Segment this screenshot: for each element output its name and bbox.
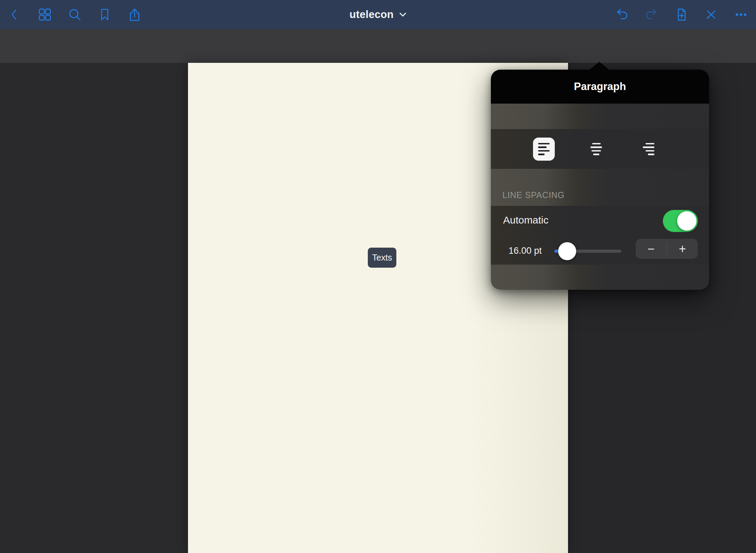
popover-header: Paragraph [491,70,709,104]
back-button[interactable] [5,5,24,24]
back-chevron-icon [8,7,21,22]
canvas-margin-left [0,63,188,553]
popover-title: Paragraph [574,81,626,93]
page-grid-button[interactable] [35,5,54,24]
nav-bar: utelecon [0,0,756,29]
tools-toolbar: T HiraginoSans-... 16 [0,29,756,63]
popover-band [491,265,709,290]
align-center-button[interactable] [585,138,607,161]
popover-band [491,169,709,206]
spacing-value: 16.00 pt [509,246,542,256]
automatic-toggle[interactable] [663,210,698,232]
chevron-down-icon [399,12,407,17]
search-button[interactable] [65,5,84,24]
align-right-icon [646,143,654,145]
align-center-icon [592,143,601,145]
share-icon [127,7,142,22]
line-spacing-section-label: LINE SPACING [502,190,565,200]
redo-button[interactable] [642,5,661,24]
align-right-button[interactable] [638,138,659,161]
toggle-knob [677,211,697,231]
end-editing-button[interactable] [702,5,721,24]
document-title: utelecon [349,8,394,21]
add-page-icon [674,7,689,22]
spacing-stepper: − + [636,239,698,259]
undo-button[interactable] [613,5,632,24]
ellipsis-icon [734,7,749,22]
text-object[interactable]: Texts [368,248,396,268]
popover-arrow [589,62,609,70]
bookmark-button[interactable] [95,5,114,24]
bookmark-icon [98,7,111,22]
canvas-area: Texts Paragraph [0,63,756,553]
spacing-slider-knob[interactable] [558,242,576,260]
alignment-row [491,129,709,169]
popover-band [491,104,709,129]
paragraph-popover: Paragraph [491,70,709,290]
redo-icon [644,7,658,22]
spacing-decrease-button[interactable]: − [636,239,667,259]
add-page-button[interactable] [672,5,691,24]
search-icon [68,7,82,22]
align-left-button[interactable] [533,138,555,161]
spacing-increase-button[interactable]: + [667,239,698,259]
more-button[interactable] [732,5,751,24]
pencil-cross-icon [704,7,718,22]
undo-icon [615,7,629,22]
document-title-menu[interactable]: utelecon [349,8,407,21]
share-button[interactable] [125,5,144,24]
align-left-icon [538,143,550,145]
notes-app-window: utelecon [0,0,756,553]
automatic-label: Automatic [503,214,548,226]
grid-icon [38,7,52,22]
